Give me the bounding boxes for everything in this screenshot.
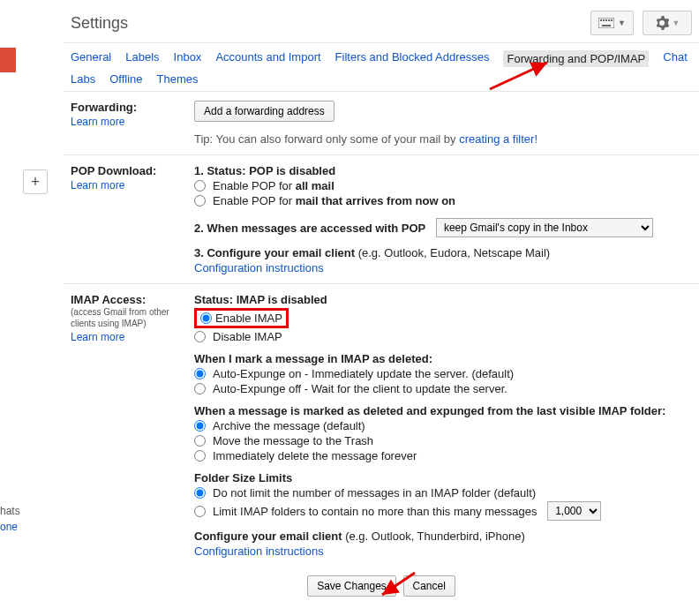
- folder-limit-head: Folder Size Limits: [194, 471, 692, 485]
- hangouts-one-link[interactable]: one: [0, 521, 18, 533]
- pop-config-instructions-link[interactable]: Configuration instructions: [194, 261, 324, 274]
- imap-section: IMAP Access: (access Gmail from other cl…: [64, 284, 699, 567]
- tab-inbox[interactable]: Inbox: [174, 50, 202, 67]
- left-rail: + hats one: [0, 0, 53, 598]
- pop-enable-now-label: Enable POP for mail that arrives from no…: [213, 194, 455, 207]
- caret-down-icon: ▼: [618, 19, 626, 27]
- add-forwarding-address-button[interactable]: Add a forwarding address: [194, 101, 334, 122]
- no-limit-radio[interactable]: [194, 487, 206, 499]
- tab-general[interactable]: General: [71, 50, 111, 67]
- imap-configure-head: Configure your email client (e.g. Outloo…: [194, 530, 692, 543]
- limit-label: Limit IMAP folders to contain no more th…: [213, 505, 537, 518]
- forwarding-section: Forwarding: Learn more Add a forwarding …: [64, 92, 699, 155]
- forwarding-title: Forwarding:: [71, 101, 194, 114]
- svg-rect-0: [598, 18, 614, 28]
- pop-action-select[interactable]: keep Gmail's copy in the Inbox: [436, 218, 653, 237]
- expunge-off-radio[interactable]: [194, 383, 206, 394]
- expunge-on-radio[interactable]: [194, 368, 206, 379]
- settings-gear-button[interactable]: ▼: [643, 11, 692, 35]
- imap-disable-label: Disable IMAP: [213, 330, 282, 343]
- svg-rect-3: [605, 19, 607, 21]
- trash-radio[interactable]: [194, 435, 206, 447]
- caret-down-icon: ▼: [673, 19, 680, 27]
- pop-enable-now-radio[interactable]: [194, 195, 206, 207]
- svg-rect-1: [600, 19, 602, 21]
- delete-forever-label: Immediately delete the message forever: [213, 449, 417, 462]
- imap-learn-more-link[interactable]: Learn more: [71, 331, 194, 343]
- archive-label: Archive the message (default): [213, 419, 365, 432]
- limit-radio[interactable]: [194, 506, 206, 517]
- footer-buttons: Save Changes Cancel: [64, 567, 699, 598]
- tab-labels[interactable]: Labels: [125, 50, 159, 67]
- hangouts-label-partial: hats: [0, 505, 20, 517]
- gear-icon: [655, 16, 669, 30]
- svg-rect-4: [608, 19, 610, 21]
- tab-filters[interactable]: Filters and Blocked Addresses: [335, 50, 490, 67]
- input-tools-button[interactable]: ▼: [590, 11, 634, 35]
- imap-subtitle: (access Gmail from other clients using I…: [71, 306, 194, 329]
- pop-enable-all-label: Enable POP for all mail: [213, 179, 334, 192]
- imap-delete-head: When I mark a message in IMAP as deleted…: [194, 352, 692, 365]
- svg-rect-6: [602, 25, 611, 26]
- svg-rect-2: [603, 19, 605, 21]
- imap-enable-radio[interactable]: [200, 312, 212, 324]
- tab-chat[interactable]: Chat: [663, 50, 687, 67]
- create-filter-link[interactable]: creating a filter!: [459, 132, 537, 146]
- settings-tabs: General Labels Inbox Accounts and Import…: [64, 43, 699, 92]
- pop-title: POP Download:: [71, 164, 194, 177]
- compose-collapsed-button[interactable]: +: [23, 169, 48, 194]
- pop-section: POP Download: Learn more 1. Status: POP …: [64, 155, 699, 284]
- limit-select[interactable]: 1,000: [547, 501, 601, 521]
- tab-themes[interactable]: Themes: [157, 72, 199, 86]
- cancel-button[interactable]: Cancel: [403, 575, 455, 597]
- imap-expunged-head: When a message is marked as deleted and …: [194, 404, 692, 417]
- pop-learn-more-link[interactable]: Learn more: [71, 179, 194, 192]
- no-limit-label: Do not limit the number of messages in a…: [213, 486, 536, 500]
- tab-labs[interactable]: Labs: [71, 72, 95, 86]
- imap-config-instructions-link[interactable]: Configuration instructions: [194, 545, 324, 558]
- pop-enable-all-radio[interactable]: [194, 180, 206, 192]
- tab-forwarding-pop-imap[interactable]: Forwarding and POP/IMAP: [503, 50, 649, 67]
- imap-disable-radio[interactable]: [194, 331, 206, 342]
- pop-configure-head: 3. Configure your email client (e.g. Out…: [194, 246, 692, 259]
- pop-when-accessed-label: 2. When messages are accessed with POP: [194, 222, 425, 235]
- expunge-on-label: Auto-Expunge on - Immediately update the…: [213, 367, 514, 380]
- delete-forever-radio[interactable]: [194, 450, 206, 462]
- tab-offline[interactable]: Offline: [109, 72, 142, 86]
- accent-bar: [0, 48, 16, 72]
- pop-status: 1. Status: POP is disabled: [194, 164, 692, 177]
- expunge-off-label: Auto-Expunge off - Wait for the client t…: [213, 382, 507, 395]
- archive-radio[interactable]: [194, 420, 206, 432]
- settings-header: Settings ▼ ▼: [64, 0, 699, 43]
- imap-status: Status: IMAP is disabled: [194, 293, 692, 306]
- imap-title: IMAP Access:: [71, 293, 194, 306]
- tab-accounts[interactable]: Accounts and Import: [215, 50, 320, 67]
- forwarding-tip: Tip: You can also forward only some of y…: [194, 132, 692, 146]
- imap-enable-label: Enable IMAP: [215, 312, 282, 325]
- enable-imap-highlight: Enable IMAP: [194, 308, 289, 328]
- keyboard-icon: [598, 18, 614, 28]
- svg-rect-5: [611, 19, 613, 21]
- trash-label: Move the message to the Trash: [213, 434, 373, 447]
- page-title: Settings: [71, 14, 128, 33]
- save-changes-button[interactable]: Save Changes: [307, 575, 396, 597]
- forwarding-learn-more-link[interactable]: Learn more: [71, 116, 194, 128]
